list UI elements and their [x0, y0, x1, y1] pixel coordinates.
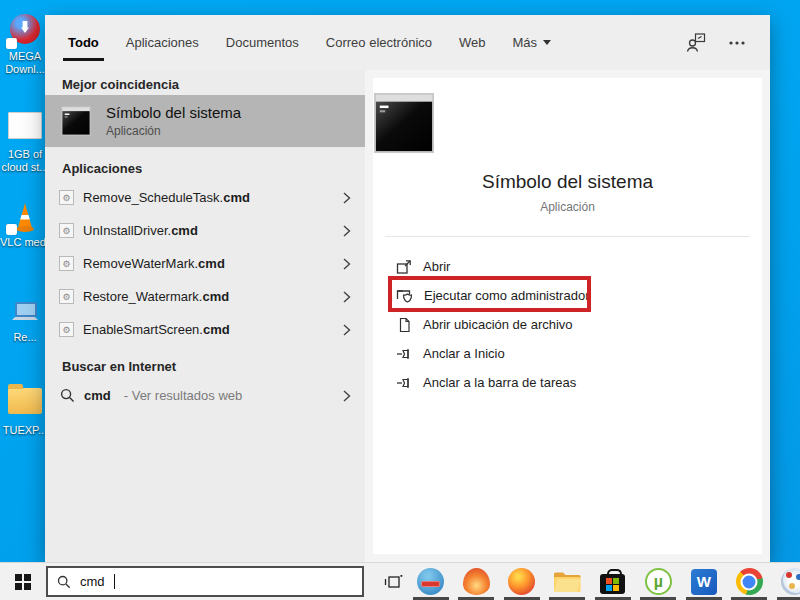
image-thumbnail-icon	[7, 112, 43, 146]
mega-downloader-icon	[7, 14, 43, 48]
result-text: Remove_ScheduleTask.	[83, 190, 223, 205]
action-pin-to-start[interactable]: Anclar a Inicio	[373, 339, 762, 368]
taskbar-icon-file-explorer[interactable]	[545, 563, 591, 600]
web-query-text: cmd	[84, 388, 111, 403]
context-actions: Abrir Ejecutar como administrador	[373, 252, 762, 397]
microsoft-store-icon	[600, 574, 625, 594]
task-view-icon	[384, 573, 403, 591]
start-button[interactable]	[0, 563, 46, 600]
action-pin-to-taskbar[interactable]: Anclar a la barra de tareas	[373, 368, 762, 397]
desktop-icon-label: cloud st...	[0, 161, 50, 174]
chevron-right-icon[interactable]	[343, 290, 351, 303]
web-suffix-text: - Ver resultados web	[124, 388, 243, 403]
action-label: Abrir	[423, 259, 450, 274]
chevron-right-icon[interactable]	[343, 257, 351, 270]
taskbar-icon-flame-app[interactable]	[454, 563, 500, 600]
tab-label: Documentos	[226, 35, 299, 50]
tab-label: Todo	[68, 35, 99, 50]
taskbar-icon-microsoft-store[interactable]	[590, 563, 636, 600]
tab-aplicaciones[interactable]: Aplicaciones	[126, 15, 199, 70]
action-label: Ejecutar como administrador	[424, 288, 589, 303]
action-label: Anclar a Inicio	[423, 346, 505, 361]
web-search-result-row[interactable]: cmd - Ver resultados web	[45, 379, 365, 412]
batch-file-icon: ⚙	[59, 190, 74, 205]
result-detail-panel: Símbolo del sistema Aplicación Abrir	[365, 70, 770, 562]
chevron-right-icon[interactable]	[343, 224, 351, 237]
pin-icon	[396, 346, 412, 362]
desktop-icon-label: TUEXP...	[0, 424, 50, 437]
laptop-icon	[7, 295, 43, 329]
search-flyout: Todo Aplicaciones Documentos Correo elec…	[45, 15, 770, 562]
result-match-text: cmd	[198, 256, 225, 271]
batch-file-icon: ⚙	[59, 289, 74, 304]
result-match-text: cmd	[223, 190, 250, 205]
folder-icon	[7, 388, 43, 422]
best-match-result-cmd[interactable]: Símbolo del sistema Aplicación	[45, 95, 365, 147]
paint-palette-icon	[781, 568, 800, 595]
action-label: Abrir ubicación de archivo	[423, 317, 573, 332]
search-filter-tabbar: Todo Aplicaciones Documentos Correo elec…	[45, 15, 770, 70]
app-result-row[interactable]: ⚙ Restore_Watermark.cmd	[45, 280, 365, 313]
taskbar-icon-media-app[interactable]	[408, 563, 454, 600]
taskbar-icon-chrome[interactable]	[727, 563, 773, 600]
action-run-as-administrator[interactable]: Ejecutar como administrador	[373, 281, 762, 310]
shortcut-arrow-badge	[6, 224, 17, 235]
run-as-admin-shield-icon	[396, 288, 413, 304]
tab-web[interactable]: Web	[459, 15, 486, 70]
desktop-icon-vlc[interactable]: VLC med...	[0, 200, 50, 249]
batch-file-icon: ⚙	[59, 322, 74, 337]
action-open[interactable]: Abrir	[373, 252, 762, 281]
firefox-icon	[508, 568, 535, 595]
search-icon	[57, 575, 71, 589]
taskbar: cmd	[0, 562, 800, 600]
result-text: UnInstallDriver.	[83, 223, 171, 238]
search-input-value: cmd	[80, 574, 105, 589]
chevron-right-icon[interactable]	[343, 191, 351, 204]
best-match-title: Símbolo del sistema	[106, 104, 241, 122]
result-text: Restore_Watermark.	[83, 289, 202, 304]
text-cursor	[114, 574, 115, 589]
taskbar-search-input[interactable]: cmd	[46, 566, 364, 597]
desktop-icon-cloud-image[interactable]: 1GB of cloud st...	[0, 108, 50, 174]
result-text: EnableSmartScreen.	[83, 322, 203, 337]
app-result-row[interactable]: ⚙ UnInstallDriver.cmd	[45, 214, 365, 247]
detail-subtitle: Aplicación	[373, 200, 762, 214]
tab-label: Aplicaciones	[126, 35, 199, 50]
section-header-apps: Aplicaciones	[45, 147, 365, 181]
desktop-icon-label: VLC med...	[0, 236, 50, 249]
taskbar-icon-paint[interactable]	[772, 563, 800, 600]
file-location-icon	[396, 317, 412, 333]
app-result-row[interactable]: ⚙ Remove_ScheduleTask.cmd	[45, 181, 365, 214]
search-results-panel: Mejor coincidencia Símbolo del sistema A…	[45, 70, 365, 562]
desktop-icon-label: 1GB of	[0, 148, 50, 161]
more-options-icon[interactable]	[729, 41, 745, 45]
command-prompt-icon	[61, 106, 91, 136]
taskbar-icon-word[interactable]: W	[681, 563, 727, 600]
desktop-icon-tuexp[interactable]: TUEXP...	[0, 383, 50, 437]
command-prompt-icon-large	[373, 92, 435, 154]
desktop-icon-mega[interactable]: MEGA Downl...	[0, 12, 50, 76]
tab-label: Correo electrónico	[326, 35, 432, 50]
tab-correo-electronico[interactable]: Correo electrónico	[326, 15, 432, 70]
shortcut-arrow-badge	[6, 38, 17, 49]
pin-icon	[396, 375, 412, 391]
desktop-icon-remote[interactable]: Re...	[0, 295, 50, 344]
chevron-right-icon[interactable]	[343, 323, 351, 336]
taskbar-icon-utorrent[interactable]: µ	[636, 563, 682, 600]
app-result-row[interactable]: ⚙ RemoveWaterMark.cmd	[45, 247, 365, 280]
taskbar-icon-firefox[interactable]	[499, 563, 545, 600]
tab-mas[interactable]: Más	[513, 15, 552, 70]
app-result-row[interactable]: ⚙ EnableSmartScreen.cmd	[45, 313, 365, 346]
pinned-apps: µ W	[408, 563, 800, 600]
desktop-icon-label: Re...	[0, 331, 50, 344]
tab-todo[interactable]: Todo	[68, 15, 99, 70]
windows-logo-icon	[15, 574, 31, 590]
detail-card: Símbolo del sistema Aplicación Abrir	[373, 78, 762, 554]
open-window-icon	[396, 259, 412, 275]
utorrent-icon: µ	[645, 568, 672, 595]
action-open-file-location[interactable]: Abrir ubicación de archivo	[373, 310, 762, 339]
user-account-icon[interactable]	[686, 32, 707, 53]
search-icon	[60, 388, 75, 403]
chevron-right-icon[interactable]	[343, 389, 351, 402]
tab-documentos[interactable]: Documentos	[226, 15, 299, 70]
